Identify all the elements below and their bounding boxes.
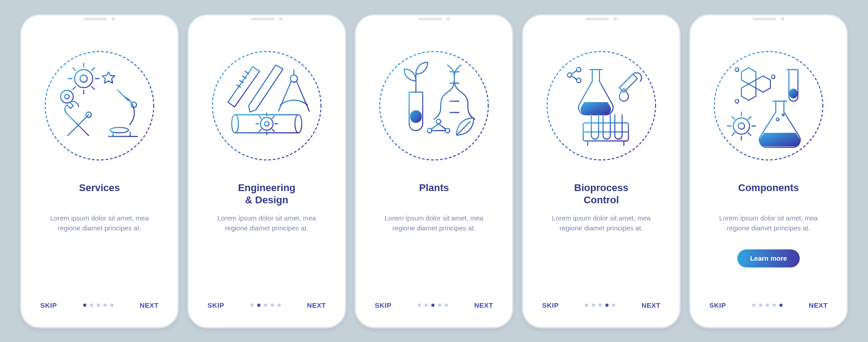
services-icon: [38, 38, 160, 173]
next-button[interactable]: NEXT: [140, 301, 159, 309]
svg-point-30: [776, 118, 779, 121]
svg-point-25: [771, 75, 775, 79]
svg-point-13: [380, 52, 488, 160]
screen-desc: Lorem ipsum dolor sit amet, mea regione …: [708, 213, 830, 245]
svg-point-21: [576, 78, 581, 83]
page-indicator: [83, 304, 113, 307]
onboarding-screen: Services Lorem ipsum dolor sit amet, mea…: [28, 22, 171, 321]
svg-point-26: [735, 99, 739, 103]
svg-point-19: [567, 73, 572, 77]
phone-plants: Plants Lorem ipsum dolor sit amet, mea r…: [354, 14, 514, 328]
svg-point-12: [264, 122, 269, 126]
next-button[interactable]: NEXT: [307, 301, 326, 309]
onboarding-screen: Plants Lorem ipsum dolor sit amet, mea r…: [362, 22, 506, 321]
svg-point-0: [45, 52, 154, 160]
bioprocess-icon: [540, 38, 662, 173]
phone-notch: [356, 17, 512, 21]
screen-title: Components: [708, 182, 830, 207]
svg-point-11: [260, 117, 273, 130]
svg-rect-27: [789, 89, 797, 98]
svg-point-8: [212, 52, 321, 160]
page-indicator: [418, 304, 448, 307]
svg-rect-14: [410, 110, 422, 123]
next-button[interactable]: NEXT: [474, 301, 493, 309]
skip-button[interactable]: SKIP: [709, 301, 726, 309]
page-indicator: [752, 304, 783, 307]
phone-notch: [523, 17, 679, 21]
screen-title: Services: [38, 182, 160, 207]
skip-button[interactable]: SKIP: [542, 301, 559, 309]
phone-engineering: Engineering & Design Lorem ipsum dolor s…: [187, 14, 346, 328]
onboarding-screen: Components Lorem ipsum dolor sit amet, m…: [697, 22, 840, 321]
svg-point-20: [576, 67, 581, 72]
components-icon: [708, 38, 830, 173]
onboarding-screen: Engineering & Design Lorem ipsum dolor s…: [195, 22, 339, 321]
screen-desc: Lorem ipsum dolor sit amet, mea regione …: [38, 213, 160, 245]
svg-point-4: [65, 94, 69, 99]
plants-icon: [373, 38, 495, 173]
screen-title: Plants: [373, 182, 495, 207]
page-indicator: [250, 304, 281, 307]
phone-notch: [690, 17, 847, 21]
phone-services: Services Lorem ipsum dolor sit amet, mea…: [20, 14, 179, 328]
svg-point-1: [75, 70, 93, 88]
next-button[interactable]: NEXT: [642, 301, 660, 309]
phone-notch: [189, 17, 345, 21]
page-indicator: [585, 304, 615, 307]
learn-more-button[interactable]: Learn more: [737, 249, 800, 267]
skip-button[interactable]: SKIP: [208, 301, 224, 309]
skip-button[interactable]: SKIP: [375, 301, 392, 309]
skip-button[interactable]: SKIP: [40, 301, 57, 309]
svg-point-28: [733, 118, 750, 134]
svg-point-31: [782, 114, 784, 116]
svg-point-24: [735, 68, 739, 71]
svg-point-2: [80, 75, 87, 82]
phone-notch: [21, 17, 178, 21]
svg-point-15: [436, 119, 441, 124]
screen-desc: Lorem ipsum dolor sit amet, mea regione …: [373, 213, 495, 245]
engineering-icon: [206, 38, 328, 173]
onboarding-screen: Bioprocess Control Lorem ipsum dolor sit…: [529, 22, 673, 321]
screen-desc: Lorem ipsum dolor sit amet, mea regione …: [206, 213, 328, 245]
screen-title: Engineering & Design: [206, 182, 328, 207]
screen-title: Bioprocess Control: [540, 182, 662, 207]
phone-bioprocess: Bioprocess Control Lorem ipsum dolor sit…: [522, 14, 681, 328]
svg-rect-9: [228, 66, 259, 107]
svg-point-29: [738, 123, 745, 129]
phone-components: Components Lorem ipsum dolor sit amet, m…: [689, 14, 848, 328]
screen-desc: Lorem ipsum dolor sit amet, mea regione …: [540, 213, 662, 245]
next-button[interactable]: NEXT: [809, 301, 828, 309]
